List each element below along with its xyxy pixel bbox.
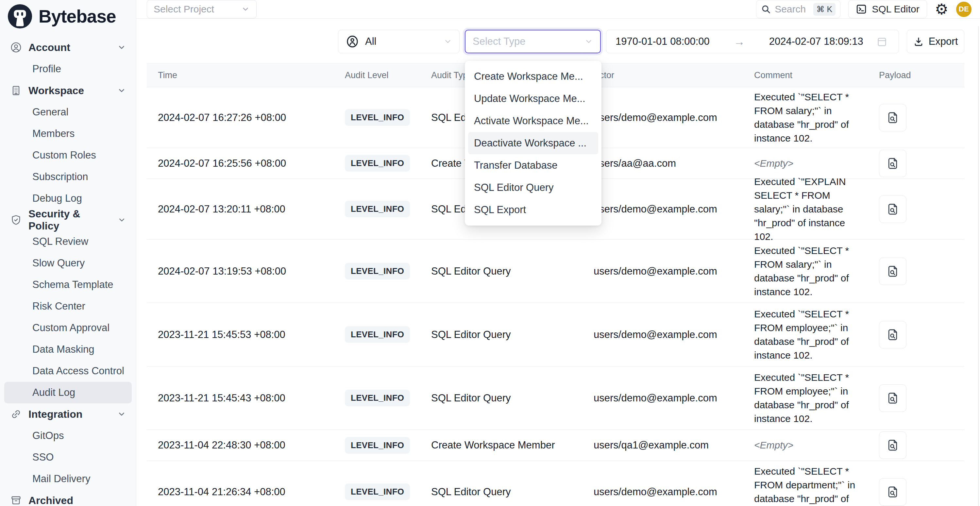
- brand-logo[interactable]: Bytebase: [0, 0, 136, 33]
- cell-comment: Executed `"SELECT * FROM salary;"` in da…: [754, 90, 879, 145]
- scrollbar-track[interactable]: [978, 26, 979, 506]
- sidebar-item-label: Custom Approval: [32, 322, 110, 334]
- payload-view-button[interactable]: [879, 258, 907, 285]
- actor-filter-select[interactable]: All: [338, 30, 460, 53]
- menu-item-deactivate-workspace-member[interactable]: Deactivate Workspace ...: [468, 132, 598, 154]
- sidebar-item-audit-log[interactable]: Audit Log: [4, 382, 132, 403]
- sidebar-item-schema-template[interactable]: Schema Template: [4, 274, 132, 296]
- cell-time: 2023-11-04 22:48:30 +08:00: [147, 439, 345, 451]
- search-shortcut-badge: ⌘ K: [813, 3, 836, 16]
- audit-level-badge: LEVEL_INFO: [345, 390, 410, 406]
- sidebar-item-data-access-control[interactable]: Data Access Control: [4, 360, 132, 382]
- chevron-down-icon: [241, 5, 250, 13]
- sidebar-item-risk-center[interactable]: Risk Center: [4, 296, 132, 317]
- menu-item-update-workspace-member[interactable]: Update Workspace Me...: [468, 88, 598, 110]
- payload-view-button[interactable]: [879, 384, 907, 412]
- sidebar-item-general[interactable]: General: [4, 101, 132, 123]
- cell-audit-type: Create Workspace Member: [431, 439, 593, 451]
- menu-item-activate-workspace-member[interactable]: Activate Workspace Me...: [468, 110, 598, 132]
- payload-view-button[interactable]: [879, 431, 907, 459]
- file-search-icon: [886, 391, 900, 405]
- sidebar-item-sso[interactable]: SSO: [4, 447, 132, 468]
- sidebar-item-label: Risk Center: [32, 301, 85, 312]
- menu-item-create-workspace-member[interactable]: Create Workspace Me...: [468, 65, 598, 88]
- sidebar-item-profile[interactable]: Profile: [4, 58, 132, 80]
- sidebar: Bytebase Account Profile Workspace Gener…: [0, 0, 136, 506]
- sidebar-item-label: GitOps: [32, 430, 64, 442]
- sidebar-item-mail-delivery[interactable]: Mail Delivery: [4, 468, 132, 490]
- col-header-audit-level: Audit Level: [345, 70, 431, 80]
- file-search-icon: [886, 157, 900, 170]
- audit-level-badge: LEVEL_INFO: [345, 109, 410, 126]
- type-filter-dropdown: Create Workspace Me... Update Workspace …: [465, 61, 601, 226]
- actor-filter-value: All: [365, 36, 376, 48]
- menu-item-sql-editor-query[interactable]: SQL Editor Query: [468, 177, 598, 199]
- sidebar-item-members[interactable]: Members: [4, 123, 132, 145]
- sidebar-item-sql-review[interactable]: SQL Review: [4, 231, 132, 252]
- sidebar-item-slow-query[interactable]: Slow Query: [4, 252, 132, 274]
- export-label: Export: [929, 36, 958, 48]
- person-circle-icon: [345, 35, 359, 48]
- chevron-down-icon: [444, 37, 452, 46]
- gear-icon[interactable]: ⚙: [935, 2, 948, 17]
- payload-view-button[interactable]: [879, 196, 907, 223]
- bytebase-app: Bytebase Account Profile Workspace Gener…: [0, 0, 980, 506]
- sidebar-item-integration[interactable]: Integration: [4, 403, 132, 425]
- sidebar-item-label: General: [32, 106, 68, 118]
- payload-view-button[interactable]: [879, 478, 907, 506]
- cell-time: 2024-02-07 13:20:11 +08:00: [147, 203, 345, 215]
- sidebar-item-custom-roles[interactable]: Custom Roles: [4, 145, 132, 166]
- date-to: 2024-02-07 18:09:13: [769, 36, 863, 48]
- sidebar-item-label: Data Access Control: [32, 365, 124, 377]
- sidebar-nav: Account Profile Workspace General Member…: [0, 33, 136, 506]
- type-filter-select[interactable]: Select Type: [465, 30, 601, 53]
- sql-editor-button[interactable]: SQL Editor: [848, 0, 927, 18]
- file-search-icon: [886, 111, 900, 124]
- avatar[interactable]: DE: [956, 2, 972, 17]
- cell-actor: users/demo@example.com: [593, 392, 754, 404]
- audit-level-badge: LEVEL_INFO: [345, 155, 410, 172]
- payload-view-button[interactable]: [879, 104, 907, 131]
- export-button[interactable]: Export: [907, 30, 964, 53]
- sidebar-item-workspace[interactable]: Workspace: [4, 80, 132, 101]
- cell-time: 2024-02-07 16:25:56 +08:00: [147, 158, 345, 169]
- sql-editor-label: SQL Editor: [872, 3, 920, 15]
- type-filter-placeholder: Select Type: [473, 36, 525, 48]
- date-from: 1970-01-01 08:00:00: [616, 36, 710, 48]
- chevron-down-icon: [117, 86, 126, 95]
- menu-item-transfer-database[interactable]: Transfer Database: [468, 154, 598, 177]
- brand-name: Bytebase: [38, 6, 116, 27]
- cell-comment: Executed `"SELECT * FROM salary;"` in da…: [754, 244, 879, 299]
- calendar-icon: [877, 36, 888, 47]
- sidebar-item-data-masking[interactable]: Data Masking: [4, 339, 132, 360]
- sidebar-item-gitops[interactable]: GitOps: [4, 425, 132, 447]
- sidebar-item-label: Members: [32, 128, 75, 140]
- sidebar-item-label: Integration: [29, 408, 83, 420]
- sidebar-item-security-policy[interactable]: Security & Policy: [4, 209, 132, 231]
- sidebar-item-archived[interactable]: Archived: [4, 490, 132, 506]
- project-select[interactable]: Select Project: [147, 0, 257, 18]
- chevron-down-icon: [117, 410, 126, 418]
- date-range-picker[interactable]: 1970-01-01 08:00:00 → 2024-02-07 18:09:1…: [606, 30, 899, 53]
- sidebar-item-subscription[interactable]: Subscription: [4, 166, 132, 188]
- sidebar-item-label: Audit Log: [32, 387, 75, 398]
- link-icon: [10, 408, 22, 420]
- cell-actor: users/demo@example.com: [593, 112, 754, 124]
- col-header-actor: Actor: [593, 70, 754, 80]
- cell-actor: users/demo@example.com: [593, 266, 754, 277]
- col-header-payload: Payload: [879, 70, 964, 80]
- payload-view-button[interactable]: [879, 150, 907, 177]
- file-search-icon: [886, 438, 900, 452]
- search-input[interactable]: Search ⌘ K: [756, 0, 840, 18]
- sidebar-item-account[interactable]: Account: [4, 37, 132, 58]
- col-header-time: Time: [147, 70, 345, 80]
- cell-comment: Executed `"SELECT * FROM department;"` i…: [754, 465, 879, 506]
- sidebar-item-debug-log[interactable]: Debug Log: [4, 188, 132, 209]
- sidebar-item-label: Workspace: [29, 85, 84, 97]
- sidebar-item-custom-approval[interactable]: Custom Approval: [4, 317, 132, 339]
- building-icon: [10, 85, 22, 96]
- sidebar-item-label: Schema Template: [32, 279, 113, 291]
- payload-view-button[interactable]: [879, 321, 907, 348]
- menu-item-sql-export[interactable]: SQL Export: [468, 199, 598, 221]
- table-row: 2023-11-21 15:45:53 +08:00 LEVEL_INFO SQ…: [147, 303, 964, 366]
